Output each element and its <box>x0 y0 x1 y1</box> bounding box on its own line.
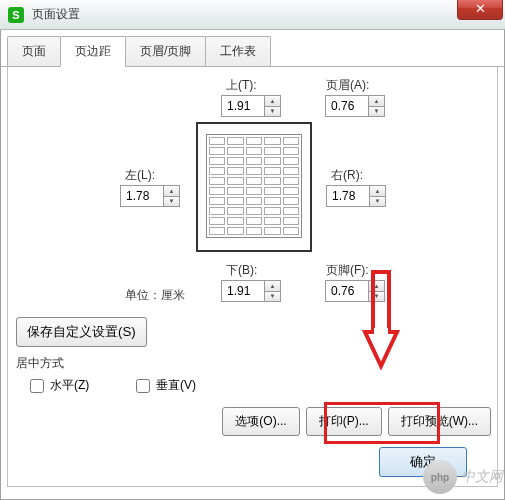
center-vertical-label: 垂直(V) <box>156 377 196 394</box>
top-margin-input[interactable]: 1.91 ▲▼ <box>221 95 281 117</box>
left-spin-buttons[interactable]: ▲▼ <box>163 185 180 207</box>
center-vertical-wrap[interactable]: 垂直(V) <box>136 377 196 394</box>
dialog-body: 页面 页边距 页眉/页脚 工作表 上(T): 1.91 ▲▼ 页眉(A): 0.… <box>0 30 505 500</box>
header-spin-buttons[interactable]: ▲▼ <box>368 95 385 117</box>
footer-margin-value: 0.76 <box>331 284 354 298</box>
center-horizontal-checkbox[interactable] <box>30 379 44 393</box>
chevron-down-icon[interactable]: ▼ <box>265 292 280 302</box>
chevron-up-icon[interactable]: ▲ <box>369 96 384 107</box>
title-bar: S 页面设置 ✕ <box>0 0 505 30</box>
left-margin-label: 左(L): <box>125 167 155 184</box>
preview-grid <box>206 134 302 238</box>
close-icon: ✕ <box>475 1 486 16</box>
chevron-down-icon[interactable]: ▼ <box>164 197 179 207</box>
center-vertical-checkbox[interactable] <box>136 379 150 393</box>
header-margin-input[interactable]: 0.76 ▲▼ <box>325 95 385 117</box>
bottom-margin-input[interactable]: 1.91 ▲▼ <box>221 280 281 302</box>
action-button-row: 选项(O)... 打印(P)... 打印预览(W)... <box>222 407 491 436</box>
bottom-spin-buttons[interactable]: ▲▼ <box>264 280 281 302</box>
center-horizontal-label: 水平(Z) <box>50 377 89 394</box>
chevron-down-icon[interactable]: ▼ <box>369 107 384 117</box>
tab-sheet[interactable]: 工作表 <box>205 36 271 66</box>
margin-preview <box>196 122 312 252</box>
tab-page[interactable]: 页面 <box>7 36 61 66</box>
print-button[interactable]: 打印(P)... <box>306 407 382 436</box>
left-margin-value: 1.78 <box>126 189 149 203</box>
chevron-up-icon[interactable]: ▲ <box>164 186 179 197</box>
tab-headerfooter[interactable]: 页眉/页脚 <box>125 36 206 66</box>
top-margin-label: 上(T): <box>226 77 257 94</box>
chevron-up-icon[interactable]: ▲ <box>265 96 280 107</box>
right-margin-value: 1.78 <box>332 189 355 203</box>
left-margin-input[interactable]: 1.78 ▲▼ <box>120 185 180 207</box>
center-group-label: 居中方式 <box>16 355 64 372</box>
chevron-down-icon[interactable]: ▼ <box>265 107 280 117</box>
options-button[interactable]: 选项(O)... <box>222 407 299 436</box>
tab-margins[interactable]: 页边距 <box>60 36 126 67</box>
header-margin-value: 0.76 <box>331 99 354 113</box>
tab-content: 上(T): 1.91 ▲▼ 页眉(A): 0.76 ▲▼ 左(L): 1.78 … <box>7 67 498 487</box>
chevron-up-icon[interactable]: ▲ <box>370 186 385 197</box>
print-preview-button[interactable]: 打印预览(W)... <box>388 407 491 436</box>
bottom-margin-label: 下(B): <box>226 262 257 279</box>
footer-margin-label: 页脚(F): <box>326 262 369 279</box>
top-margin-value: 1.91 <box>227 99 250 113</box>
chevron-up-icon[interactable]: ▲ <box>265 281 280 292</box>
right-spin-buttons[interactable]: ▲▼ <box>369 185 386 207</box>
app-icon: S <box>8 7 24 23</box>
bottom-margin-value: 1.91 <box>227 284 250 298</box>
top-spin-buttons[interactable]: ▲▼ <box>264 95 281 117</box>
header-margin-label: 页眉(A): <box>326 77 369 94</box>
chevron-down-icon[interactable]: ▼ <box>370 197 385 207</box>
tabs-bar: 页面 页边距 页眉/页脚 工作表 <box>1 30 504 67</box>
watermark-text: 中文网 <box>461 468 503 486</box>
watermark: php 中文网 <box>423 460 503 494</box>
right-margin-input[interactable]: 1.78 ▲▼ <box>326 185 386 207</box>
unit-label: 单位：厘米 <box>125 287 185 304</box>
chevron-down-icon[interactable]: ▼ <box>369 292 384 302</box>
window-title: 页面设置 <box>32 6 80 23</box>
save-custom-button[interactable]: 保存自定义设置(S) <box>16 317 147 347</box>
footer-margin-input[interactable]: 0.76 ▲▼ <box>325 280 385 302</box>
footer-spin-buttons[interactable]: ▲▼ <box>368 280 385 302</box>
right-margin-label: 右(R): <box>331 167 363 184</box>
watermark-logo-icon: php <box>423 460 457 494</box>
center-horizontal-wrap[interactable]: 水平(Z) <box>30 377 89 394</box>
chevron-up-icon[interactable]: ▲ <box>369 281 384 292</box>
close-button[interactable]: ✕ <box>457 0 503 20</box>
